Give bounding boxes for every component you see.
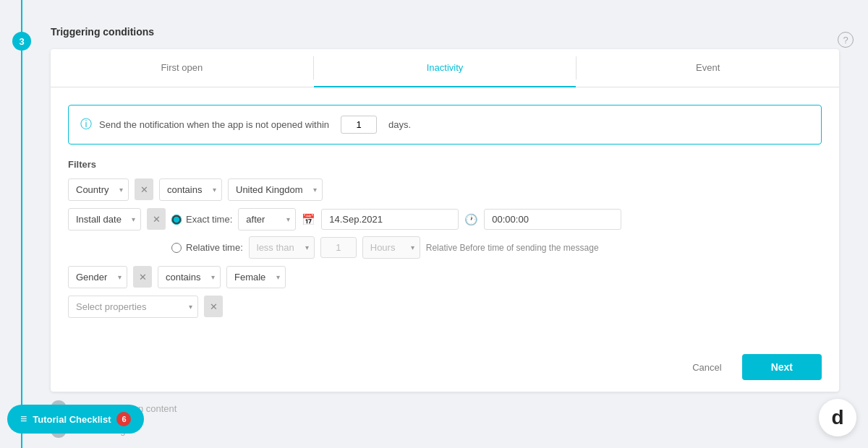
relative-time-radio-label[interactable]: Relative time: <box>171 242 243 253</box>
timeline: 3 <box>0 0 43 448</box>
gender-value-wrapper[interactable]: Female <box>226 266 286 288</box>
gender-filter-row: Gender ✕ contains Female <box>68 266 822 288</box>
next-button[interactable]: Next <box>742 354 822 380</box>
gender-value-select[interactable]: Female <box>226 266 286 288</box>
card-footer: Cancel Next <box>51 343 839 392</box>
time-input[interactable] <box>484 209 621 230</box>
exact-time-radio[interactable] <box>171 215 182 225</box>
country-value-select[interactable]: United Kingdom <box>228 178 323 201</box>
date-filter-options: Exact time: after 📅 🕐 <box>171 208 621 259</box>
gender-operator-wrapper[interactable]: contains <box>158 266 221 288</box>
country-property-select[interactable]: Country <box>68 178 129 201</box>
country-remove-btn[interactable]: ✕ <box>135 178 153 200</box>
tab-bar: First open Inactivity Event <box>51 49 839 87</box>
inactivity-info-box: ⓘ Send the notification when the app is … <box>68 105 822 145</box>
country-operator-select[interactable]: contains <box>159 178 222 201</box>
timeline-line <box>21 0 22 448</box>
card-body: ⓘ Send the notification when the app is … <box>51 87 839 343</box>
calendar-icon: 📅 <box>302 213 315 226</box>
triggering-conditions-card: First open Inactivity Event ⓘ Send the n… <box>51 49 839 392</box>
days-input[interactable] <box>341 116 377 134</box>
hours-wrapper[interactable]: Hours <box>362 236 420 259</box>
gender-operator-select[interactable]: contains <box>158 266 221 288</box>
country-operator-wrapper[interactable]: contains <box>159 178 222 201</box>
exact-time-label: Exact time: <box>186 214 232 225</box>
install-date-filter-row: Install date ✕ Exact time: <box>68 208 822 259</box>
info-icon: ⓘ <box>80 117 92 132</box>
hours-select[interactable]: Hours <box>362 236 420 259</box>
relative-value-input[interactable] <box>320 237 357 258</box>
gender-property-select[interactable]: Gender <box>68 266 127 288</box>
country-filter-row: Country ✕ contains United Kingdom <box>68 178 822 201</box>
new-filter-remove-btn[interactable]: ✕ <box>204 296 223 317</box>
tutorial-checklist-label: Tutorial Checklist <box>33 414 111 425</box>
tab-event[interactable]: Event <box>576 49 839 87</box>
step-3-circle: 3 <box>12 32 31 51</box>
exact-time-radio-label[interactable]: Exact time: <box>171 214 232 225</box>
info-prefix-text: Send the notification when the app is no… <box>99 119 329 130</box>
relative-time-radio[interactable] <box>171 243 182 253</box>
checklist-menu-icon: ≡ <box>20 413 27 426</box>
install-date-property-wrapper[interactable]: Install date <box>68 208 141 231</box>
gender-property-wrapper[interactable]: Gender <box>68 266 127 288</box>
gender-remove-btn[interactable]: ✕ <box>133 266 152 288</box>
tutorial-checklist-button[interactable]: ≡ Tutorial Checklist 6 <box>7 405 144 434</box>
relative-text: Relative Before time of sending the mess… <box>426 243 599 253</box>
tab-inactivity[interactable]: Inactivity <box>314 49 576 87</box>
clock-icon: 🕐 <box>464 213 478 226</box>
tab-first-open[interactable]: First open <box>51 49 313 87</box>
after-select[interactable]: after <box>238 208 296 231</box>
diawi-logo[interactable]: d <box>819 399 856 436</box>
new-property-select[interactable]: Select properties <box>68 296 198 318</box>
less-than-select[interactable]: less than <box>249 236 315 259</box>
relative-time-row: Relative time: less than Hours <box>171 236 621 259</box>
install-date-remove-btn[interactable]: ✕ <box>147 208 166 230</box>
filters-label: Filters <box>68 159 822 170</box>
new-property-wrapper[interactable]: Select properties <box>68 296 198 318</box>
country-value-wrapper[interactable]: United Kingdom <box>228 178 323 201</box>
install-date-property-select[interactable]: Install date <box>68 208 141 231</box>
cancel-button[interactable]: Cancel <box>681 356 733 379</box>
less-than-wrapper[interactable]: less than <box>249 236 315 259</box>
relative-time-label: Relative time: <box>186 242 243 253</box>
date-input[interactable] <box>321 209 459 230</box>
section-title: Triggering conditions <box>51 22 839 38</box>
tutorial-checklist-badge: 6 <box>116 412 131 426</box>
country-property-wrapper[interactable]: Country <box>68 178 129 201</box>
info-suffix-text: days. <box>388 119 411 130</box>
after-wrapper[interactable]: after <box>238 208 296 231</box>
help-icon[interactable]: ? <box>838 32 854 48</box>
exact-time-row: Exact time: after 📅 🕐 <box>171 208 621 231</box>
new-filter-row: Select properties ✕ <box>68 296 822 318</box>
